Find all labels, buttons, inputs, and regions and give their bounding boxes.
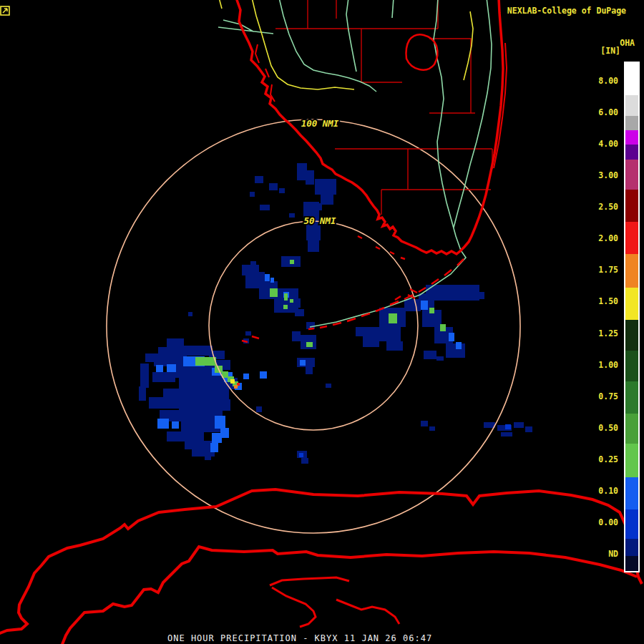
scale-label: 1.00 — [598, 360, 618, 370]
florida-coastline — [236, 0, 507, 254]
scale-label: 6.00 — [598, 107, 618, 117]
scale-label: 2.00 — [598, 233, 618, 243]
scale-segment — [625, 116, 638, 130]
scale-segment — [625, 288, 638, 320]
product-status-line: ONE HOUR PRECIPITATION - KBYX 11 JAN 26 … — [167, 633, 432, 643]
precip-color-scale — [624, 62, 640, 572]
scale-segment — [625, 222, 638, 254]
scale-label: 0.10 — [598, 486, 618, 496]
scale-segment — [625, 509, 638, 539]
county-lines — [275, 0, 492, 215]
scale-segment — [625, 414, 638, 444]
scale-segment — [625, 477, 638, 509]
nexlab-logo-icon — [0, 6, 10, 16]
scale-label: 0.50 — [598, 423, 618, 433]
legend-units: [IN] — [600, 46, 620, 56]
scale-segment — [625, 381, 638, 414]
scale-segment — [625, 190, 638, 222]
scale-segment — [625, 145, 638, 160]
scale-segment — [625, 320, 638, 351]
scale-segment — [625, 539, 638, 556]
scale-label: 1.25 — [598, 328, 618, 338]
scale-label: 3.00 — [598, 170, 618, 180]
scale-label: 4.00 — [598, 139, 618, 149]
scale-segment — [625, 444, 638, 477]
scale-label: 8.00 — [598, 76, 618, 86]
lake-okeechobee — [406, 34, 438, 69]
scale-segment — [625, 254, 638, 288]
scale-segment — [625, 63, 638, 95]
scale-segment — [625, 160, 638, 190]
scale-label: 1.50 — [598, 296, 618, 306]
scale-label: 2.50 — [598, 202, 618, 212]
scale-label: 0.25 — [598, 454, 618, 464]
highways-green — [218, 0, 492, 327]
base-map-layer: 100 NMI 50 NMI — [0, 0, 644, 644]
cuba-coastline — [0, 489, 642, 644]
page-title: NEXLAB-College of DuPage — [507, 6, 626, 16]
range-ring-label-100nmi: 100 NMI — [301, 118, 339, 129]
product-abbreviation: OHA — [620, 38, 635, 48]
scale-segment — [625, 351, 638, 381]
scale-label: 0.00 — [598, 517, 618, 527]
radar-display: 100 NMI 50 NMI NEXLAB-College of DuPage … — [0, 0, 644, 644]
range-ring-label-50nmi: 50 NMI — [303, 215, 336, 226]
scale-label: ND — [608, 549, 618, 559]
scale-segment — [625, 130, 638, 145]
scale-segment — [625, 556, 638, 571]
scale-label: 0.75 — [598, 391, 618, 401]
scale-segment — [625, 95, 638, 116]
scale-label: 1.75 — [598, 265, 618, 275]
